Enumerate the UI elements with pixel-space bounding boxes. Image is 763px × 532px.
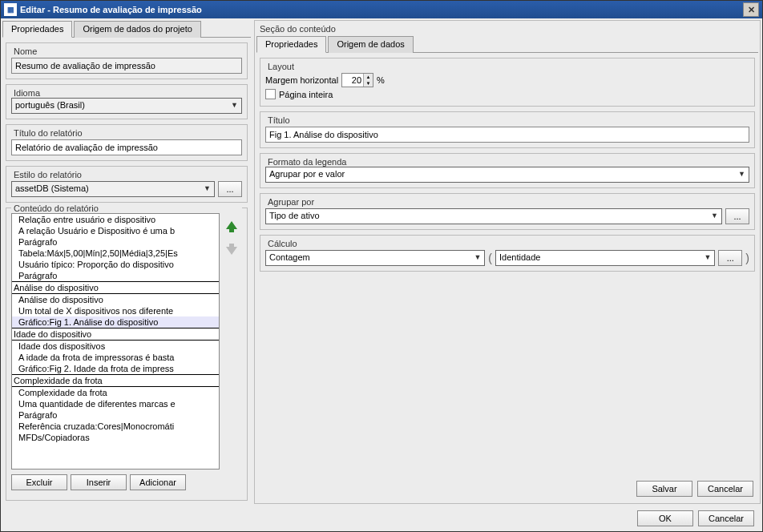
arrow-down-icon — [224, 242, 239, 256]
content-label: Conteúdo do relatório — [11, 204, 242, 213]
full-page-label: Página inteira — [279, 90, 333, 99]
groupby-fieldset: Agrupar por Tipo de ativo ... — [260, 193, 755, 230]
list-item[interactable]: Relação entre usuário e dispositivo — [12, 214, 219, 225]
right-panel: Seção do conteúdo Propriedades Origem de… — [254, 20, 761, 504]
insert-button[interactable]: Inserir — [71, 474, 127, 490]
tab-section-properties[interactable]: Propriedades — [256, 36, 326, 53]
arrow-up-icon — [224, 220, 239, 234]
style-more-button[interactable]: ... — [218, 181, 242, 197]
left-tabs: Propriedades Origem de dados do projeto — [2, 20, 251, 38]
right-tabs: Propriedades Origem de dados — [256, 35, 758, 53]
move-down-button[interactable] — [223, 240, 240, 258]
legend-label: Formato da legenda — [265, 157, 349, 167]
list-item[interactable]: A idade da frota de impressoras é basta — [12, 352, 219, 363]
margin-unit: % — [377, 75, 385, 85]
move-up-button[interactable] — [223, 218, 240, 236]
bracket-open-icon: ( — [488, 252, 492, 264]
list-item[interactable]: MFDs/Copiadoras — [12, 432, 219, 443]
title-label: Título — [265, 115, 293, 125]
svg-marker-0 — [226, 221, 237, 232]
style-select[interactable]: assetDB (Sistema) — [11, 181, 215, 197]
title-input[interactable] — [265, 127, 749, 143]
spinner-up-icon[interactable]: ▲ — [364, 74, 373, 80]
add-button[interactable]: Adicionar — [130, 474, 186, 490]
content-area: Propriedades Origem de dados do projeto … — [1, 18, 762, 506]
language-fieldset: Idioma português (Brasil) — [6, 84, 248, 119]
tab-section-data-origin[interactable]: Origem de dados — [328, 36, 413, 53]
list-item[interactable]: Idade dos dispositivos — [12, 341, 219, 352]
language-label: Idioma — [11, 88, 42, 98]
list-item[interactable]: Tabela:Máx|5,00|Mín|2,50|Média|3,25|Es — [12, 248, 219, 259]
name-fieldset: Nome — [6, 42, 248, 79]
content-list[interactable]: Relação entre usuário e dispositivoA rel… — [11, 213, 220, 470]
report-title-label: Título do relatório — [11, 128, 85, 138]
left-tab-body: Nome Idioma português (Brasil) Título do… — [2, 38, 251, 504]
tab-data-origin[interactable]: Origem de dados do projeto — [74, 21, 200, 38]
titlebar: ▦ Editar - Resumo de avaliação de impres… — [1, 1, 762, 18]
list-item[interactable]: A relação Usuário e Dispositivo é uma b — [12, 225, 219, 236]
calc-label: Cálculo — [265, 239, 300, 248]
legend-fieldset: Formato da legenda Agrupar por e valor — [260, 153, 755, 188]
groupby-more-button[interactable]: ... — [725, 208, 749, 224]
save-button[interactable]: Salvar — [636, 481, 692, 497]
language-select[interactable]: português (Brasil) — [11, 98, 242, 114]
tab-properties[interactable]: Propriedades — [2, 21, 72, 38]
margin-input[interactable] — [342, 74, 363, 87]
list-item[interactable]: Um total de X dispositivos nos diferente — [12, 305, 219, 316]
calc-more-button[interactable]: ... — [718, 250, 742, 266]
section-cancel-button[interactable]: Cancelar — [697, 481, 753, 497]
list-item[interactable]: Idade do dispositivo — [12, 328, 219, 341]
title-fieldset: Título — [260, 111, 755, 148]
legend-select[interactable]: Agrupar por e valor — [265, 167, 749, 183]
section-content-label: Seção do conteúdo — [260, 24, 758, 34]
margin-label: Margem horizontal — [265, 75, 338, 85]
list-item[interactable]: Parágrafo — [12, 409, 219, 421]
report-title-input[interactable] — [11, 139, 242, 155]
style-fieldset: Estilo do relatório assetDB (Sistema) ..… — [6, 166, 248, 203]
bracket-close-icon: ) — [745, 252, 749, 264]
ok-button[interactable]: OK — [637, 510, 693, 526]
layout-fieldset: Layout Margem horizontal ▲ ▼ % — [260, 58, 755, 107]
spinner-down-icon[interactable]: ▼ — [364, 80, 373, 87]
left-panel: Propriedades Origem de dados do projeto … — [2, 20, 251, 504]
groupby-label: Agrupar por — [265, 197, 317, 207]
list-item[interactable]: Uma quantidade de diferentes marcas e — [12, 398, 219, 409]
list-item[interactable]: Usuário típico: Proporção do dispositivo — [12, 259, 219, 270]
list-item[interactable]: Gráfico:Fig 2. Idade da frota de impress — [12, 363, 219, 374]
margin-spinner[interactable]: ▲ ▼ — [341, 73, 373, 87]
calc-fieldset: Cálculo Contagem ( Identidade ... ) — [260, 235, 755, 272]
dialog-footer: OK Cancelar — [1, 506, 762, 531]
list-item[interactable]: Análise do dispositivo — [12, 294, 219, 305]
list-item[interactable]: Complexidade da frota — [12, 374, 219, 387]
dialog-cancel-button[interactable]: Cancelar — [698, 510, 754, 526]
list-item[interactable]: Referência cruzada:Cores|Monocromáti — [12, 421, 219, 432]
right-tab-body: Layout Margem horizontal ▲ ▼ % — [256, 53, 758, 476]
list-item[interactable]: Parágrafo — [12, 270, 219, 281]
app-icon: ▦ — [4, 3, 17, 16]
section-footer: Salvar Cancelar — [256, 476, 758, 502]
list-item[interactable]: Gráfico:Fig 1. Análise do dispositivo — [12, 316, 219, 328]
list-item[interactable]: Análise do dispositivo — [12, 281, 219, 294]
style-label: Estilo do relatório — [11, 170, 84, 179]
report-title-fieldset: Título do relatório — [6, 124, 248, 161]
window-title: Editar - Resumo de avaliação de impressã… — [20, 5, 202, 14]
list-controls — [223, 213, 242, 470]
calc-select-2[interactable]: Identidade — [495, 250, 715, 266]
groupby-select[interactable]: Tipo de ativo — [265, 208, 722, 224]
list-item[interactable]: Complexidade da frota — [12, 387, 219, 398]
full-page-checkbox[interactable] — [265, 89, 276, 99]
svg-marker-1 — [226, 244, 237, 255]
name-label: Nome — [11, 46, 39, 56]
name-input[interactable] — [11, 58, 242, 74]
dialog-window: ▦ Editar - Resumo de avaliação de impres… — [0, 0, 763, 532]
close-button[interactable]: ✕ — [743, 2, 759, 17]
list-item[interactable]: Parágrafo — [12, 236, 219, 248]
content-fieldset: Conteúdo do relatório Relação entre usuá… — [6, 208, 248, 501]
calc-select-1[interactable]: Contagem — [265, 250, 485, 266]
layout-label: Layout — [265, 62, 297, 71]
delete-button[interactable]: Excluir — [11, 474, 67, 490]
